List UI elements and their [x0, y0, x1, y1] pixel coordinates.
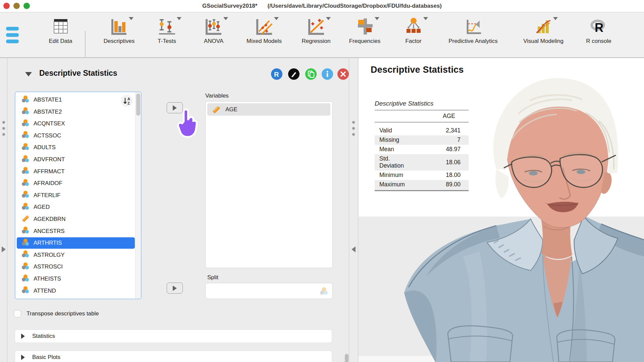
close-analysis-button[interactable]	[337, 68, 349, 80]
variable-list-item[interactable]: ANCESTRS	[17, 226, 135, 237]
edit-data-icon	[51, 16, 70, 37]
nominal-variable-icon	[21, 119, 30, 127]
split-field-label: Split	[207, 274, 218, 281]
toolbar-anova-button[interactable]: ANOVA	[199, 16, 229, 55]
document-path: (/Users/dave/Library/CloudStorage/Dropbo…	[267, 3, 442, 9]
nominal-variable-icon	[21, 107, 30, 115]
variables-field-label: Variables	[205, 93, 229, 99]
collapse-panel-left-icon[interactable]	[352, 246, 356, 252]
variable-list-item[interactable]: ADULTS	[17, 142, 135, 153]
app-window: GSocialSurvey2018* (/Users/dave/Library/…	[0, 0, 644, 362]
variable-list-item[interactable]: AGEKDBRN	[17, 214, 135, 225]
frequencies-icon	[355, 16, 375, 37]
variable-list-item[interactable]: ABSTATE1	[17, 94, 135, 106]
transpose-label: Transpose descriptives table	[26, 310, 99, 317]
toolbar-r-console-button[interactable]: R R console	[582, 16, 615, 55]
variable-list-item[interactable]: AFRAIDOF	[17, 178, 135, 189]
variable-label: ACQNTSEX	[34, 120, 65, 127]
section-basic-plots[interactable]: Basic Plots	[15, 351, 332, 362]
variable-list-item[interactable]: AFFRMACT	[17, 166, 135, 177]
toolbar-descriptives-button[interactable]: Descriptives	[99, 16, 139, 55]
toolbar-visual-modeling-button[interactable]: Visual Modeling	[517, 16, 570, 55]
edit-title-button[interactable]	[288, 68, 300, 80]
nominal-variable-icon	[21, 179, 30, 187]
toolbar-regression-button[interactable]: Regression	[299, 16, 334, 55]
descriptives-icon	[109, 16, 129, 37]
scrollbar-thumb[interactable]	[136, 94, 140, 116]
toolbar-mixed-models-button[interactable]: Mixed Models	[243, 16, 285, 55]
variable-label: AFTERLIF	[34, 192, 60, 199]
dropdown-arrow-icon	[423, 17, 428, 20]
splitter-drag-handle[interactable]	[352, 118, 355, 139]
variables-drop-zone[interactable]: AGE	[205, 101, 333, 268]
nominal-variable-icon	[21, 250, 30, 258]
sort-a-z-button[interactable]: AZ	[121, 95, 133, 107]
duplicate-analysis-button[interactable]	[305, 68, 317, 80]
form-scrollbar-thumb[interactable]	[345, 354, 348, 362]
section-statistics[interactable]: Statistics	[15, 329, 332, 343]
dropdown-arrow-icon	[129, 17, 133, 20]
visual-modeling-icon	[534, 16, 553, 37]
dropdown-arrow-icon	[375, 17, 379, 20]
variable-list-item[interactable]: ATHEISTS	[17, 273, 135, 285]
nominal-variable-icon	[21, 286, 30, 294]
assign-to-split-button[interactable]	[167, 283, 183, 294]
variable-label: ABSTATE2	[34, 109, 62, 115]
variable-label: AGE	[225, 106, 237, 113]
t-tests-icon	[157, 16, 177, 37]
expand-panel-right-icon[interactable]	[2, 246, 6, 252]
left-edge-rail	[0, 58, 7, 362]
variable-list-item[interactable]: ACTSSOC	[17, 130, 135, 141]
zoom-window-button[interactable]	[23, 3, 30, 9]
variable-list-item[interactable]: ABSTATE2	[17, 106, 135, 118]
variable-label: ATTEND	[34, 288, 56, 294]
variable-label: ATHEISTS	[34, 276, 61, 282]
info-button[interactable]	[322, 68, 333, 80]
variable-label: ASTROLGY	[34, 252, 65, 258]
collapse-analysis-icon[interactable]	[25, 72, 32, 76]
transpose-checkbox[interactable]	[14, 310, 21, 317]
variable-list-item[interactable]: ACQNTSEX	[17, 118, 135, 129]
variables-scrollbar[interactable]	[135, 92, 141, 299]
nominal-variable-icon	[21, 238, 30, 246]
svg-text:R: R	[595, 21, 603, 35]
document-name: GSocialSurvey2018*	[202, 3, 257, 9]
variable-list-item[interactable]: AFTERLIF	[17, 190, 135, 201]
toolbar-edit-data-button[interactable]: Edit Data	[45, 16, 76, 55]
svg-text:Z: Z	[127, 101, 130, 105]
window-title: GSocialSurvey2018* (/Users/dave/Library/…	[0, 0, 644, 12]
toolbar-t-tests-button[interactable]: T-Tests	[153, 16, 181, 55]
panel-splitter[interactable]	[349, 58, 358, 362]
hamburger-menu-icon[interactable]	[6, 27, 19, 44]
title-bar: GSocialSurvey2018* (/Users/dave/Library/…	[0, 0, 644, 12]
variable-list-item[interactable]: ADVFRONT	[17, 154, 135, 165]
toolbar-factor-button[interactable]: Factor	[401, 16, 426, 55]
toolbar-predictive-analytics-button[interactable]: Predictive Analytics	[442, 16, 504, 55]
variable-label: ACTSSOC	[34, 132, 61, 139]
nominal-variable-icon	[21, 131, 30, 139]
variable-list-item[interactable]: ATTEND	[17, 285, 135, 297]
close-window-button[interactable]	[3, 3, 10, 9]
variable-list-item[interactable]: ASTROLGY	[17, 249, 135, 261]
scale-variable-icon	[21, 215, 30, 223]
scale-variable-icon	[212, 105, 221, 114]
nominal-variable-icon	[21, 226, 30, 234]
main-toolbar: Edit Data Descriptives T-Tests ANOVA	[0, 12, 644, 58]
toolbar-frequencies-button[interactable]: Frequencies	[345, 16, 384, 55]
r-logo-icon: R	[589, 16, 608, 37]
assigned-variable-age[interactable]: AGE	[207, 103, 330, 116]
variable-label: ABSTATE1	[34, 97, 62, 103]
nominal-variable-icon	[21, 190, 30, 198]
variable-list-item[interactable]: ARTHRTIS	[17, 237, 135, 249]
minimize-window-button[interactable]	[13, 3, 20, 9]
variable-list-item[interactable]: AGED	[17, 201, 135, 213]
variable-list-item[interactable]: ASTROSCI	[17, 261, 135, 273]
dropdown-arrow-icon	[326, 17, 331, 20]
r-syntax-button[interactable]: R	[271, 68, 282, 80]
panel-drag-handle[interactable]	[2, 118, 5, 139]
nominal-variable-icon	[21, 262, 30, 270]
nominal-variable-icon	[21, 95, 30, 103]
predictive-analytics-icon	[464, 16, 483, 37]
expand-section-icon	[21, 355, 25, 360]
split-drop-zone[interactable]	[205, 283, 333, 299]
